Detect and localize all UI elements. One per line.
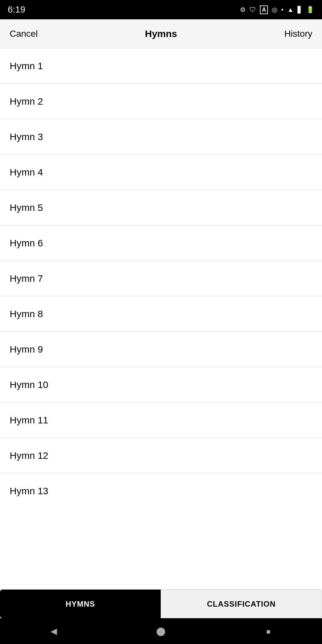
hymn-item[interactable]: Hymn 13 bbox=[0, 473, 322, 509]
hymn-item[interactable]: Hymn 4 bbox=[0, 155, 322, 190]
hymn-item-label: Hymn 1 bbox=[10, 61, 43, 71]
shield-icon: 🛡 bbox=[250, 6, 256, 14]
hymn-item-label: Hymn 5 bbox=[10, 202, 43, 213]
tab-hymns[interactable]: HYMNS bbox=[0, 590, 161, 618]
hymn-item-label: Hymn 3 bbox=[10, 131, 43, 142]
hymn-item-label: Hymn 6 bbox=[10, 238, 43, 249]
back-icon bbox=[51, 626, 57, 636]
settings-icon: ⚙ bbox=[240, 6, 246, 14]
hymn-item[interactable]: Hymn 5 bbox=[0, 190, 322, 225]
tab-classification[interactable]: CLASSIFICATION bbox=[161, 590, 322, 618]
hymn-item-label: Hymn 13 bbox=[10, 486, 48, 497]
history-button[interactable]: History bbox=[284, 29, 312, 39]
tab-bar: HYMNS CLASSIFICATION bbox=[0, 589, 322, 618]
antenna-icon: ◎ bbox=[272, 6, 277, 14]
home-button[interactable] bbox=[151, 621, 171, 641]
battery-icon: 🔋 bbox=[306, 6, 314, 14]
hymn-item[interactable]: Hymn 7 bbox=[0, 261, 322, 296]
bottom-nav bbox=[0, 618, 322, 644]
hymn-item-label: Hymn 8 bbox=[10, 308, 43, 319]
hymn-item[interactable]: Hymn 8 bbox=[0, 296, 322, 332]
hymn-item-label: Hymn 12 bbox=[10, 450, 48, 461]
signal-icon: ▋ bbox=[298, 6, 302, 14]
hymn-item-label: Hymn 7 bbox=[10, 273, 43, 284]
hymn-item[interactable]: Hymn 3 bbox=[0, 119, 322, 155]
hymn-item-label: Hymn 9 bbox=[10, 344, 43, 355]
status-icons: ⚙ 🛡 A ◎ • ▲ ▋ 🔋 bbox=[240, 5, 314, 14]
hymn-item[interactable]: Hymn 6 bbox=[0, 225, 322, 261]
recents-icon bbox=[266, 626, 270, 636]
home-icon bbox=[156, 626, 166, 636]
tab-hymns-label: HYMNS bbox=[66, 600, 95, 609]
page-title: Hymns bbox=[145, 28, 177, 39]
cancel-button[interactable]: Cancel bbox=[10, 29, 38, 39]
back-button[interactable] bbox=[44, 621, 63, 641]
hymn-item[interactable]: Hymn 2 bbox=[0, 84, 322, 119]
hymn-item-label: Hymn 2 bbox=[10, 96, 43, 107]
hymn-item-label: Hymn 11 bbox=[10, 415, 48, 426]
hymn-item[interactable]: Hymn 12 bbox=[0, 438, 322, 473]
hymn-item[interactable]: Hymn 11 bbox=[0, 402, 322, 438]
hymn-item-label: Hymn 10 bbox=[10, 379, 48, 390]
recents-button[interactable] bbox=[259, 621, 278, 641]
nav-bar: Cancel Hymns History bbox=[0, 19, 322, 48]
font-a-icon: A bbox=[260, 5, 268, 14]
hymns-list: Hymn 1Hymn 2Hymn 3Hymn 4Hymn 5Hymn 6Hymn… bbox=[0, 48, 322, 589]
tab-classification-label: CLASSIFICATION bbox=[207, 600, 276, 609]
status-bar: 6:19 ⚙ 🛡 A ◎ • ▲ ▋ 🔋 bbox=[0, 0, 322, 19]
hymn-item[interactable]: Hymn 9 bbox=[0, 332, 322, 367]
dot-icon: • bbox=[281, 6, 283, 14]
hymn-item[interactable]: Hymn 1 bbox=[0, 48, 322, 84]
hymn-item-label: Hymn 4 bbox=[10, 167, 43, 178]
wifi-icon: ▲ bbox=[287, 6, 294, 14]
status-time: 6:19 bbox=[8, 5, 25, 15]
hymn-item[interactable]: Hymn 10 bbox=[0, 367, 322, 402]
